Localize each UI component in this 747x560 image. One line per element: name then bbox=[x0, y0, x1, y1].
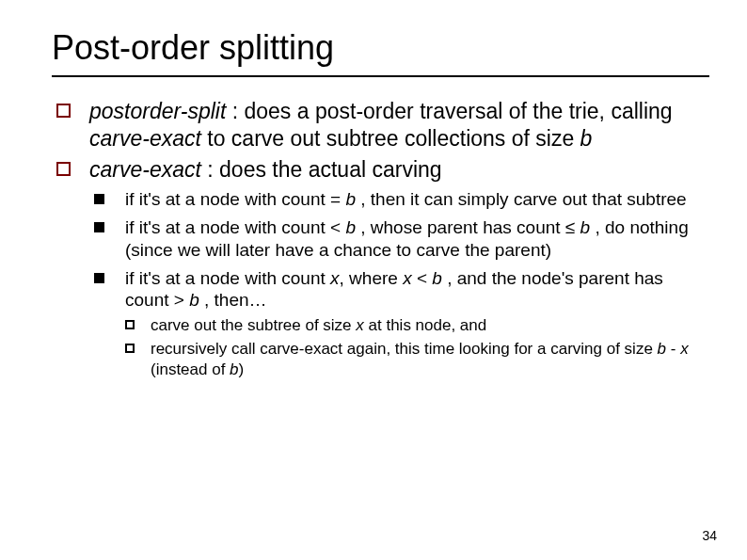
text: recursively call carve-exact again, this… bbox=[151, 340, 658, 358]
subsubbullet-recursive: recursively call carve-exact again, this… bbox=[52, 339, 709, 379]
var-b: b bbox=[189, 290, 199, 310]
var-x: x bbox=[330, 268, 340, 288]
page-number: 34 bbox=[702, 528, 717, 543]
bullet-postorder-split: postorder-split : does a post-order trav… bbox=[52, 98, 709, 152]
text: carve out the subtree of size bbox=[151, 316, 356, 334]
text: < bbox=[412, 268, 433, 288]
hollow-square-icon bbox=[56, 162, 71, 176]
term-carve-exact: carve-exact bbox=[89, 157, 201, 182]
text: , whose parent has count ≤ bbox=[356, 217, 580, 237]
hollow-square-icon bbox=[56, 104, 71, 118]
var-x: x bbox=[403, 268, 412, 288]
var-b: b bbox=[345, 189, 356, 209]
hollow-square-icon bbox=[125, 320, 135, 329]
solid-square-icon bbox=[94, 222, 104, 232]
text: (instead of bbox=[151, 360, 230, 378]
subbullet-count-less-b: if it's at a node with count < b , whose… bbox=[52, 216, 709, 262]
subbullet-count-equals-b: if it's at a node with count = b , then … bbox=[52, 188, 709, 211]
text: : does the actual carving bbox=[201, 157, 442, 182]
text: if it's at a node with count bbox=[125, 268, 330, 288]
slide-title: Post-order splitting bbox=[52, 28, 709, 77]
bullet-list: postorder-split : does a post-order trav… bbox=[52, 98, 709, 379]
text: if it's at a node with count < bbox=[125, 217, 345, 237]
var-x: x bbox=[356, 316, 364, 334]
text: , where bbox=[340, 268, 404, 288]
text: at this node, and bbox=[364, 316, 486, 334]
text: , then it can simply carve out that subt… bbox=[356, 189, 687, 209]
subbullet-count-x: if it's at a node with count x, where x … bbox=[52, 267, 709, 312]
var-b: b bbox=[345, 217, 356, 237]
solid-square-icon bbox=[94, 273, 104, 283]
text: , then… bbox=[199, 290, 267, 310]
bullet-carve-exact: carve-exact : does the actual carving bbox=[52, 156, 709, 184]
text: : does a post-order traversal of the tri… bbox=[226, 99, 672, 123]
term-carve-exact: carve-exact bbox=[89, 126, 201, 151]
var-b: b bbox=[580, 217, 591, 237]
text: to carve out subtree collections of size bbox=[201, 126, 580, 151]
var-b: b bbox=[230, 360, 238, 378]
subsubbullet-carve-out: carve out the subtree of size x at this … bbox=[52, 315, 709, 335]
text: ) bbox=[239, 360, 245, 378]
var-b: b bbox=[580, 126, 593, 151]
hollow-square-icon bbox=[125, 344, 135, 353]
text: if it's at a node with count = bbox=[125, 189, 345, 209]
term-postorder-split: postorder-split bbox=[89, 99, 226, 123]
var-b: b bbox=[432, 268, 442, 288]
var-x: x bbox=[680, 340, 689, 358]
solid-square-icon bbox=[94, 194, 104, 204]
var-b: b bbox=[658, 340, 666, 358]
text: - bbox=[666, 340, 680, 358]
